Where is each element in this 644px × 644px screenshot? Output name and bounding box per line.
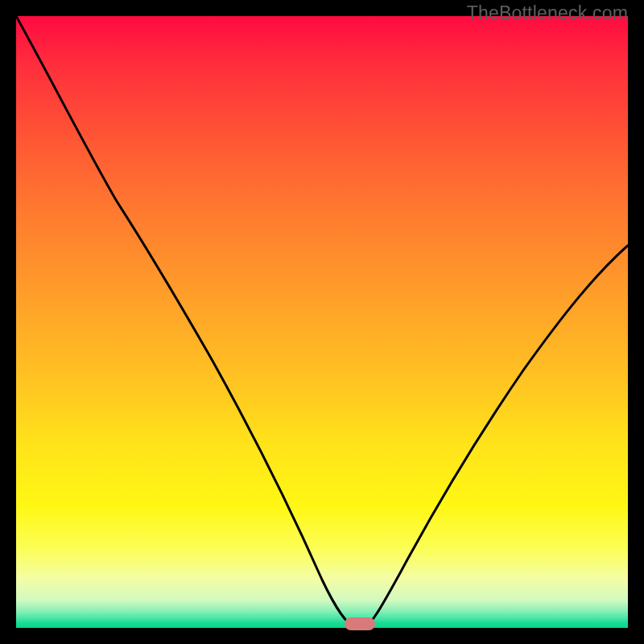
optimal-marker bbox=[345, 617, 375, 630]
bottleneck-curve bbox=[16, 16, 628, 628]
chart-frame: TheBottleneck.com bbox=[0, 0, 644, 644]
plot-area bbox=[16, 16, 628, 628]
watermark-text: TheBottleneck.com bbox=[467, 2, 628, 24]
bottleneck-curve-path bbox=[16, 16, 628, 626]
